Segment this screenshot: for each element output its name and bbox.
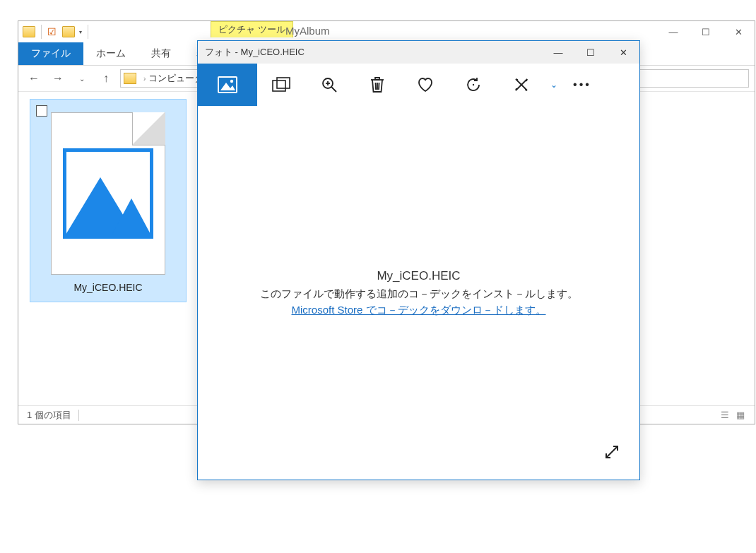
rotate-button[interactable] (449, 64, 497, 106)
file-thumbnail (51, 112, 165, 275)
minimize-button[interactable]: — (542, 41, 574, 64)
tab-home[interactable]: ホーム (83, 42, 138, 65)
folder-icon[interactable] (23, 26, 35, 37)
edit-dropdown[interactable]: ⌄ (545, 64, 562, 106)
photos-window-buttons: — ☐ ✕ (542, 41, 639, 64)
file-item-selected[interactable]: My_iCEO.HEIC (30, 99, 187, 302)
svg-point-12 (473, 84, 474, 85)
nav-history-dropdown[interactable]: ⌄ (72, 69, 92, 88)
svg-point-2 (230, 80, 233, 83)
delete-button[interactable] (353, 64, 401, 106)
large-icons-view-icon[interactable]: ▦ (735, 410, 746, 421)
qat-divider-2 (88, 25, 88, 39)
maximize-button[interactable]: ☐ (690, 21, 722, 42)
svg-line-9 (376, 83, 377, 90)
svg-rect-3 (273, 81, 285, 91)
explorer-window-buttons: — ☐ ✕ (657, 21, 755, 42)
minimize-button[interactable]: — (657, 21, 690, 42)
heart-icon (416, 76, 435, 93)
chevron-right-icon[interactable]: › (143, 75, 146, 83)
more-button[interactable]: ••• (562, 64, 602, 106)
maximize-button[interactable]: ☐ (574, 41, 607, 64)
photos-toolbar: ⌄ ••• (198, 64, 639, 106)
svg-marker-1 (220, 83, 235, 90)
status-divider (78, 410, 79, 421)
nav-back-button[interactable]: ← (24, 69, 44, 88)
photo-filename: My_iCEO.HEIC (377, 269, 460, 283)
svg-line-15 (606, 446, 618, 458)
qat-dropdown-icon[interactable]: ▾ (79, 29, 82, 35)
explorer-titlebar[interactable]: ☑ ▾ ピクチャ ツール MyAlbum — ☐ ✕ (18, 21, 755, 42)
new-folder-icon[interactable] (62, 26, 75, 37)
zoom-button[interactable] (305, 64, 353, 106)
codec-message: このファイルで動作する追加のコ－デックをインスト－ルします。 (260, 287, 578, 301)
photos-app-window: フォト - My_iCEO.HEIC — ☐ ✕ (197, 40, 640, 480)
close-button[interactable]: ✕ (607, 41, 639, 64)
compare-icon (272, 77, 290, 93)
page-corner-icon (132, 112, 165, 145)
explorer-window-title: MyAlbum (285, 25, 330, 37)
photos-content-area: My_iCEO.HEIC このファイルで動作する追加のコ－デックをインスト－ルし… (198, 106, 639, 480)
photos-titlebar[interactable]: フォト - My_iCEO.HEIC — ☐ ✕ (198, 41, 639, 64)
favorite-button[interactable] (401, 64, 449, 106)
edit-icon (513, 76, 530, 93)
more-icon: ••• (573, 78, 591, 91)
rotate-icon (465, 76, 482, 93)
photo-icon (218, 76, 237, 93)
edit-button[interactable] (497, 64, 545, 106)
zoom-icon (321, 76, 338, 93)
trash-icon (370, 76, 385, 93)
nav-up-button[interactable]: ↑ (96, 69, 116, 88)
svg-line-11 (379, 83, 379, 90)
qat-divider (41, 25, 42, 39)
file-checkbox[interactable] (36, 105, 47, 117)
close-button[interactable]: ✕ (722, 21, 755, 42)
tab-share[interactable]: 共有 (138, 42, 184, 65)
file-name-label[interactable]: My_iCEO.HEIC (73, 282, 142, 293)
view-photo-button[interactable] (198, 64, 257, 106)
svg-rect-4 (277, 78, 290, 88)
nav-forward-button[interactable]: → (48, 69, 68, 88)
picture-tools-context-tab[interactable]: ピクチャ ツール (211, 21, 293, 37)
address-segment[interactable]: コンピュータ (148, 72, 203, 85)
download-codec-link[interactable]: Microsoft Store でコ－デックをダウンロ－ドします。 (291, 304, 545, 317)
photos-window-title: フォト - My_iCEO.HEIC (205, 46, 305, 59)
item-count-label: 1 個の項目 (27, 409, 71, 422)
fullscreen-button[interactable] (600, 440, 624, 464)
svg-line-6 (331, 87, 336, 92)
view-mode-buttons: ☰ ▦ (719, 410, 746, 421)
folder-icon (124, 73, 136, 84)
compare-button[interactable] (257, 64, 305, 106)
quick-access-toolbar: ☑ ▾ (18, 21, 88, 42)
properties-icon[interactable]: ☑ (47, 26, 57, 37)
fullscreen-icon (604, 444, 620, 460)
details-view-icon[interactable]: ☰ (719, 410, 731, 421)
tab-file[interactable]: ファイル (18, 42, 83, 65)
image-placeholder-icon (63, 148, 153, 239)
